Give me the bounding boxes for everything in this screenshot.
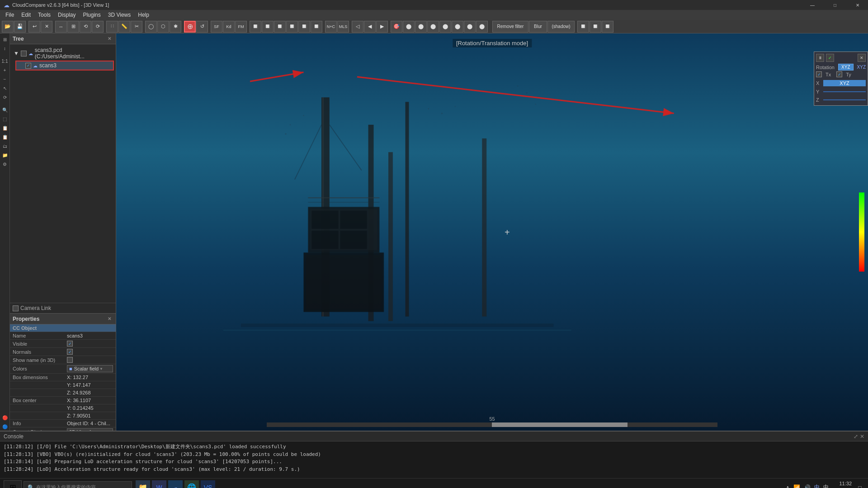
taskbar-word[interactable]: W [152,480,166,488]
camera-link-checkbox[interactable] [13,305,19,311]
menu-tools[interactable]: Tools [34,10,54,20]
iconbar-btn-12[interactable]: 🗂 [1,142,9,150]
tb-star[interactable]: ✱ [170,21,181,33]
tb-target[interactable]: 🎯 [391,21,402,33]
console-expand-icon[interactable]: ⤢ [854,433,858,440]
tb-delete[interactable]: ✕ [41,21,52,33]
tb-dot3[interactable]: ⬤ [427,21,439,33]
tb-b6[interactable]: 🔲 [311,21,322,33]
tb-b1[interactable]: 🔲 [250,21,261,33]
minimize-button[interactable]: — [802,0,823,10]
tb-mirror[interactable]: ⟳ [92,21,104,33]
ty-checkbox[interactable]: ✓ [836,71,842,77]
tb-dot2[interactable]: ⬤ [415,21,427,33]
iconbar-btn-7[interactable]: ⟳ [1,93,9,101]
showname-checkbox[interactable] [67,357,73,363]
iconbar-btn-14[interactable]: ⚙ [1,160,9,168]
tree-panel-close[interactable]: ✕ [106,35,113,42]
menu-edit[interactable]: Edit [18,10,34,20]
iconbar-btn-11[interactable]: 📋 [1,133,9,141]
tb-more2[interactable]: 🔲 [590,21,601,33]
tb-remove-filter[interactable]: Remove filter [492,21,528,33]
taskbar-explorer[interactable]: 📁 [136,480,150,488]
scroll-thumb[interactable] [492,422,627,427]
tb-circle[interactable]: ◯ [145,21,157,33]
tb-blur[interactable]: Blur [529,21,547,33]
tb-b3[interactable]: 🔲 [274,21,286,33]
iconbar-btn-4[interactable]: + [1,66,9,74]
tb-hex[interactable]: ⬡ [157,21,169,33]
tb-rotate[interactable]: ⟲ [80,21,91,33]
iconbar-btn-16[interactable]: 🔵 [1,422,9,431]
tb-kd[interactable]: Kd [223,21,235,33]
tb-mls[interactable]: MLS [337,21,349,33]
menu-help[interactable]: Help [134,10,153,20]
properties-panel-close[interactable]: ✕ [106,315,113,323]
tb-scale[interactable]: ⊞ [67,21,79,33]
tb-undo[interactable]: ↩ [28,21,40,33]
iconbar-btn-5[interactable]: − [1,75,9,83]
tb-c3[interactable]: ▶ [376,21,388,33]
iconbar-btn-9[interactable]: ⬚ [1,115,9,123]
rotation-confirm-btn[interactable]: ✓ [826,54,834,62]
taskbar-vscode[interactable]: VS [201,480,215,488]
start-button[interactable]: ⊞ [4,480,22,488]
tree-child-item[interactable]: ✓ ☁ scans3 [15,61,114,70]
menu-display[interactable]: Display [54,10,79,20]
tb-translation-mode[interactable]: ⊕ [184,21,196,33]
iconbar-btn-3[interactable]: 1:1 [1,57,9,65]
tb-save[interactable]: 💾 [14,21,26,33]
tree-root-item[interactable]: ▼ ☁ scans3.pcd (C:/Users/Administ... [12,46,114,61]
menu-plugins[interactable]: Plugins [79,10,104,20]
tb-c1[interactable]: ◁ [352,21,363,33]
tb-dot1[interactable]: ⬤ [403,21,415,33]
tb-sf[interactable]: SF [211,21,222,33]
tb-c2[interactable]: ◀ [364,21,376,33]
close-button[interactable]: ✕ [847,0,868,10]
tb-shadow[interactable]: (shadow) [547,21,575,33]
iconbar-btn-13[interactable]: 📁 [1,151,9,159]
iconbar-btn-15[interactable]: 🔴 [1,413,9,422]
tb-move[interactable]: ↔ [55,21,67,33]
tree-child-checkbox[interactable]: ✓ [25,63,31,69]
tb-more1[interactable]: 🔲 [577,21,589,33]
tb-more3[interactable]: 🔲 [602,21,613,33]
tb-dot7[interactable]: ⬤ [476,21,488,33]
colors-dropdown[interactable]: ■ Scalar field ▼ [67,365,113,372]
iconbar-btn-1[interactable]: ⊞ [1,35,9,43]
tb-fm[interactable]: FM [235,21,247,33]
rotation-close-btn[interactable]: ✕ [858,54,866,62]
notification-area[interactable]: □ [855,480,864,488]
rotation-xyz-btn[interactable]: XYZ [838,64,853,70]
taskbar-cc[interactable]: ☁ [168,480,183,488]
iconbar-btn-2[interactable]: ↕ [1,44,9,52]
display-dropdown[interactable]: 3D View 1 ▼ [67,428,113,431]
normals-checkbox[interactable]: ✓ [67,349,73,355]
menu-3dviews[interactable]: 3D Views [104,10,134,20]
tb-measure[interactable]: 📏 [118,21,130,33]
tb-nc[interactable]: N+C [325,21,337,33]
tb-open[interactable]: 📂 [2,21,14,33]
taskbar-chrome[interactable]: 🌐 [184,480,199,488]
tree-root-checkbox[interactable] [21,51,27,56]
iconbar-btn-6[interactable]: ↖ [1,84,9,92]
iconbar-btn-10[interactable]: 📋 [1,124,9,132]
tb-dot4[interactable]: ⬤ [439,21,451,33]
menu-file[interactable]: File [2,10,18,20]
tb-b5[interactable]: 🔲 [298,21,310,33]
tb-rotate2[interactable]: ↺ [196,21,208,33]
tx-checkbox[interactable]: ✓ [816,71,822,77]
tb-b4[interactable]: 🔲 [286,21,298,33]
viewport[interactable]: [Rotation/Translation mode] [116,33,868,431]
console-close-icon[interactable]: ✕ [860,433,864,440]
rotation-pause-btn[interactable]: ⏸ [816,54,824,62]
viewport-scrollbar[interactable] [267,422,718,427]
visible-checkbox[interactable]: ✓ [67,341,73,347]
tb-dot5[interactable]: ⬤ [452,21,463,33]
iconbar-btn-8[interactable]: 🔍 [1,106,9,114]
tb-points[interactable]: ∷ [106,21,118,33]
maximize-button[interactable]: □ [825,0,845,10]
tb-b2[interactable]: 🔲 [262,21,274,33]
tb-segment[interactable]: ✂ [131,21,142,33]
tb-dot6[interactable]: ⬤ [464,21,476,33]
